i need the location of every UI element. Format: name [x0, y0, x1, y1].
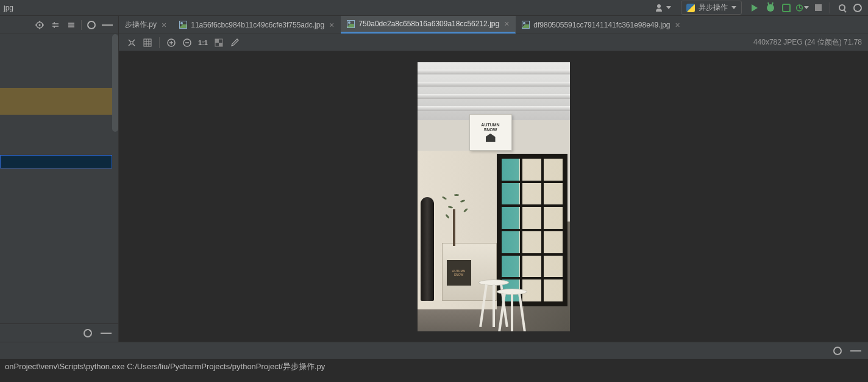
zoom-out-button[interactable] [180, 36, 194, 49]
search-everywhere-button[interactable] [835, 1, 848, 15]
gear-icon [84, 329, 92, 337]
collapse-all-button[interactable] [65, 19, 77, 31]
chevron-down-icon [731, 6, 736, 9]
actual-size-button[interactable]: 1:1 [196, 36, 210, 49]
tab-label: 11a56f6cbc984b11c49c6cfe3f755adc.jpg [191, 21, 324, 29]
image-viewer-toolbar: 1:1 440x782 JPEG (24 位颜色) 71.78 [119, 34, 868, 51]
run-config-label: 异步操作 [699, 2, 728, 13]
counter-sign-2: SNOW [454, 273, 464, 276]
sidebar-tree[interactable] [0, 34, 118, 323]
house-icon [486, 134, 496, 142]
user-icon [655, 4, 665, 12]
photo-plant [436, 191, 478, 246]
svg-point-0 [657, 4, 661, 8]
python-icon [686, 4, 695, 12]
tab-image-1[interactable]: 11a56f6cbc984b11c49c6cfe3f755adc.jpg × [173, 16, 341, 34]
console-settings-button[interactable] [831, 345, 844, 357]
checker-icon [215, 38, 223, 47]
zoom-in-button[interactable] [165, 36, 178, 49]
coverage-button[interactable] [780, 1, 793, 15]
editor-area: 步操作.py × 11a56f6cbc984b11c49c6cfe3f755ad… [119, 16, 868, 342]
collapse-icon [67, 21, 76, 29]
console-toolbar: — [0, 342, 868, 359]
color-picker-button[interactable] [228, 36, 241, 49]
ceiling-beam [418, 82, 570, 87]
tree-row[interactable] [0, 48, 118, 61]
image-toolbar-left: 1:1 [125, 36, 241, 49]
tab-image-3[interactable]: df980505591cc79141141fc361e98e49.jpg × [516, 16, 686, 34]
user-menu-button[interactable] [652, 2, 675, 13]
console-output[interactable]: onProject\venv\Scripts\python.exe C:/Use… [0, 359, 868, 382]
hide-structure-button[interactable]: — [100, 327, 112, 339]
scrollbar[interactable] [112, 34, 118, 132]
play-icon [752, 4, 758, 12]
svg-point-3 [39, 24, 41, 26]
main-content: — — 步操作.py × 11a [0, 16, 868, 342]
sign-text-1: AUTUMN [481, 123, 499, 128]
coverage-icon [782, 4, 791, 12]
locate-button[interactable] [34, 19, 46, 31]
svg-rect-4 [130, 41, 133, 44]
eyedropper-icon [230, 38, 239, 47]
bug-icon [767, 4, 774, 12]
close-icon[interactable]: × [329, 20, 334, 30]
photo-umbrella [421, 197, 434, 301]
expand-all-button[interactable] [49, 19, 62, 31]
photo-ceiling [418, 62, 570, 120]
settings-button[interactable] [851, 1, 864, 15]
gear-icon [853, 4, 862, 12]
target-icon [35, 21, 44, 29]
search-icon [839, 4, 845, 11]
profile-button[interactable] [795, 1, 809, 15]
tree-row-selected[interactable] [0, 155, 112, 168]
image-canvas[interactable]: AUTUMN SNOW AUTUMN SNOW [119, 51, 868, 342]
sidebar: — — [0, 16, 119, 342]
zoom-in-icon [166, 38, 176, 48]
close-icon[interactable]: × [675, 20, 680, 30]
title-filename: jpg [4, 4, 13, 12]
background-button[interactable] [212, 36, 226, 49]
stop-button[interactable] [811, 1, 825, 15]
close-icon[interactable]: × [162, 20, 166, 30]
photo-stool [478, 279, 509, 286]
ceiling-beam [418, 94, 570, 99]
grid-icon [143, 38, 152, 47]
editor-tabs: 步操作.py × 11a56f6cbc984b11c49c6cfe3f755ad… [119, 16, 868, 34]
hide-sidebar-button[interactable]: — [101, 19, 113, 31]
image-file-icon [522, 21, 530, 29]
tree-row-highlighted[interactable] [0, 88, 112, 101]
tree-row[interactable] [0, 61, 118, 74]
tree-row[interactable] [0, 142, 118, 155]
grid-button[interactable] [141, 36, 154, 49]
tab-image-2[interactable]: 750a0de2a8c658b16a6309a18cc56212.jpg × [341, 16, 516, 34]
run-button[interactable] [748, 1, 761, 15]
photo-hanging-sign: AUTUMN SNOW [469, 114, 512, 151]
titlebar-actions: 异步操作 [652, 1, 864, 15]
run-config-selector[interactable]: 异步操作 [681, 1, 742, 15]
close-icon[interactable]: × [504, 19, 509, 29]
tree-row[interactable] [0, 128, 118, 142]
structure-settings-button[interactable] [82, 327, 94, 339]
divider [830, 2, 830, 13]
tree-row[interactable] [0, 34, 118, 48]
fit-to-window-button[interactable] [125, 36, 138, 49]
tab-label: 750a0de2a8c658b16a6309a18cc56212.jpg [358, 20, 499, 28]
sidebar-settings-button[interactable] [85, 19, 98, 31]
svg-rect-10 [219, 43, 222, 46]
tree-row[interactable] [0, 115, 118, 128]
stop-icon [815, 4, 822, 11]
ceiling-beam [418, 70, 570, 74]
preview-image: AUTUMN SNOW AUTUMN SNOW [418, 62, 570, 331]
ceiling-beam [418, 106, 570, 111]
hide-console-button[interactable]: — [850, 345, 862, 357]
door-glass [500, 157, 564, 303]
tree-row[interactable] [0, 74, 118, 88]
image-file-icon [347, 20, 355, 28]
debug-button[interactable] [764, 1, 777, 15]
console-line: onProject\venv\Scripts\python.exe C:/Use… [5, 361, 863, 372]
sidebar-toolbar: — [0, 16, 118, 34]
chevron-down-icon [804, 6, 809, 9]
tab-python-file[interactable]: 步操作.py × [119, 16, 173, 34]
tree-row-highlighted[interactable] [0, 101, 112, 115]
titlebar: jpg 异步操作 [0, 0, 868, 16]
